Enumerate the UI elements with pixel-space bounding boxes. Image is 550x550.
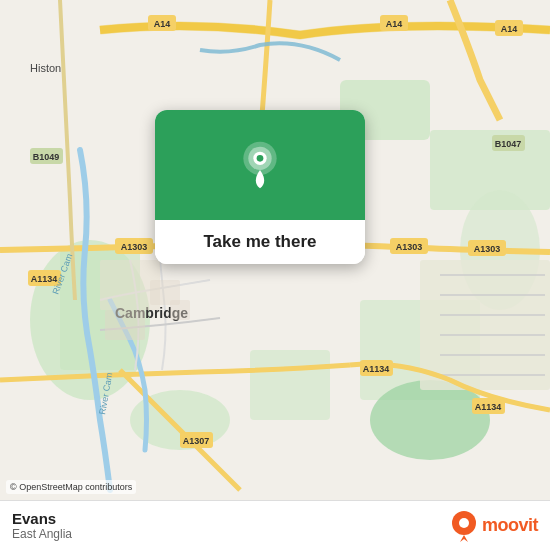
svg-text:B1047: B1047 [495,139,522,149]
svg-rect-10 [420,260,550,390]
moovit-logo: moovit [450,510,538,542]
svg-text:A1303: A1303 [121,242,148,252]
svg-rect-48 [105,310,145,340]
svg-text:A1303: A1303 [474,244,501,254]
svg-text:B1049: B1049 [33,152,60,162]
card-header [155,110,365,220]
location-name: Evans [12,510,72,527]
svg-text:A1307: A1307 [183,436,210,446]
take-me-there-card[interactable]: Take me there [155,110,365,264]
svg-text:A14: A14 [154,19,171,29]
svg-rect-50 [170,300,190,320]
svg-text:A1303: A1303 [396,242,423,252]
moovit-pin-icon [450,510,478,542]
location-region: East Anglia [12,527,72,541]
svg-text:A1134: A1134 [475,402,502,412]
svg-point-54 [257,155,264,162]
svg-rect-7 [250,350,330,420]
bottom-bar: Evans East Anglia moovit [0,500,550,550]
svg-text:Histon: Histon [30,62,61,74]
card-content[interactable]: Take me there [155,220,365,264]
take-me-there-button[interactable]: Take me there [203,232,316,251]
svg-text:A14: A14 [386,19,403,29]
svg-text:A1134: A1134 [363,364,390,374]
map-attribution: © OpenStreetMap contributors [6,480,136,494]
svg-text:A14: A14 [501,24,518,34]
svg-point-56 [459,518,469,528]
location-info: Evans East Anglia [12,510,72,541]
map-container: A14 A14 A14 A1309 A1303 A1303 A1303 B104… [0,0,550,500]
moovit-brand-text: moovit [482,515,538,536]
location-pin-icon [235,140,285,190]
